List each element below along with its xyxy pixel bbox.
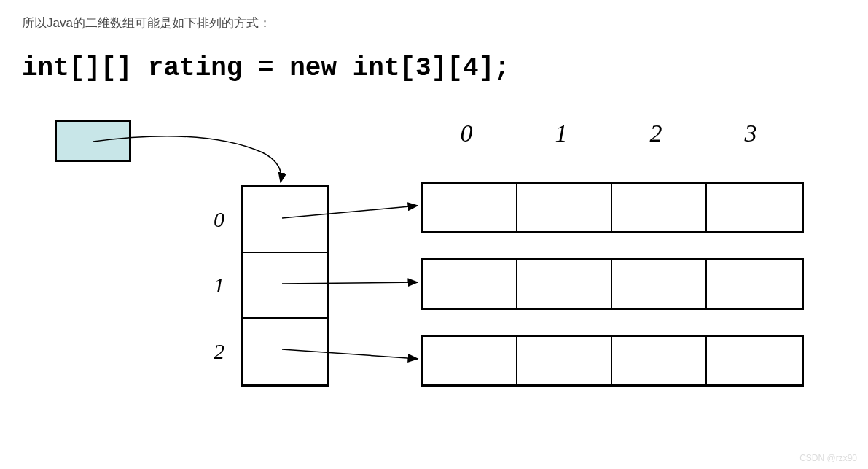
outer-index-0: 0 <box>214 207 224 232</box>
col-label-3: 3 <box>703 120 798 147</box>
code-declaration: int[][] rating = new int[3][4]; <box>22 53 846 83</box>
inner-cell <box>517 260 612 308</box>
intro-text: 所以Java的二维数组可能是如下排列的方式： <box>22 15 846 31</box>
reference-box <box>55 120 131 162</box>
inner-cell <box>423 260 517 308</box>
watermark: CSDN @rzx90 <box>799 453 857 463</box>
outer-cell-1: 1 <box>243 253 327 319</box>
outer-cell-0: 0 <box>243 187 327 253</box>
inner-cell <box>423 184 517 231</box>
inner-cell <box>707 184 802 231</box>
inner-array-0 <box>421 182 804 233</box>
col-label-0: 0 <box>419 120 514 147</box>
inner-cell <box>707 337 802 384</box>
inner-cell <box>423 337 517 384</box>
col-label-1: 1 <box>514 120 609 147</box>
inner-array-1 <box>421 258 804 310</box>
outer-index-1: 1 <box>214 273 224 298</box>
outer-array: 0 1 2 <box>241 185 329 387</box>
inner-cell <box>612 184 707 231</box>
inner-cell <box>707 260 802 308</box>
outer-cell-2: 2 <box>243 319 327 384</box>
outer-index-2: 2 <box>214 339 224 364</box>
column-labels: 0 1 2 3 <box>419 120 798 147</box>
inner-cell <box>612 337 707 384</box>
array-diagram: 0 1 2 0 1 2 3 <box>22 112 824 426</box>
inner-cell <box>612 260 707 308</box>
inner-array-2 <box>421 335 804 387</box>
inner-cell <box>517 184 612 231</box>
inner-cell <box>517 337 612 384</box>
col-label-2: 2 <box>609 120 703 147</box>
